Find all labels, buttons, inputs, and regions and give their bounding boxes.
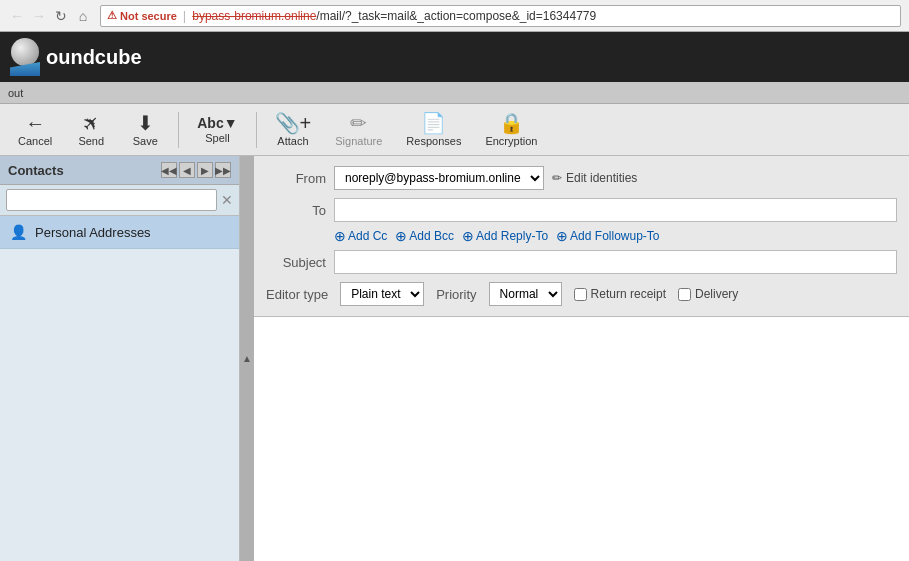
add-cc-button[interactable]: ⊕ Add Cc [334,228,387,244]
attach-icon: 📎+ [275,113,312,133]
subject-label: Subject [266,255,326,270]
signature-icon: ✏ [350,113,367,133]
add-followup-to-label: Add Followup-To [570,229,659,243]
send-icon: ✈ [78,109,104,135]
search-input[interactable] [6,189,217,211]
sidebar-item-personal-addresses[interactable]: 👤 Personal Addresses [0,216,239,249]
collapse-sidebar-button[interactable]: ▲ [240,156,254,561]
sidebar-search: ✕ [0,185,239,216]
add-bcc-button[interactable]: ⊕ Add Bcc [395,228,454,244]
compose-area: From noreply@bypass-bromium.online ✏ Edi… [254,156,909,561]
url-domain: bypass-bromium.online [192,9,316,23]
responses-button[interactable]: 📄 Responses [396,109,471,151]
add-bcc-icon: ⊕ [395,228,407,244]
add-followup-to-button[interactable]: ⊕ Add Followup-To [556,228,659,244]
nav-next-button[interactable]: ▶ [197,162,213,178]
to-row: To [254,194,909,226]
tab-label: out [8,87,23,99]
delivery-label[interactable]: Delivery [695,287,738,301]
priority-label: Priority [436,287,476,302]
browser-chrome: ← → ↻ ⌂ ⚠ Not secure | bypass-bromium.on… [0,0,909,32]
add-reply-to-label: Add Reply-To [476,229,548,243]
return-receipt-checkbox[interactable] [574,288,587,301]
logo-sphere-icon [11,38,39,66]
toolbar-divider-2 [256,112,257,148]
spell-button[interactable]: Abc▼ Spell [187,112,247,148]
spell-label: Spell [205,132,229,144]
return-receipt-group: Return receipt [574,287,666,301]
editor-type-row: Editor type Plain text HTML Priority Nor… [254,278,909,310]
compose-body[interactable] [254,317,909,561]
add-cc-label: Add Cc [348,229,387,243]
responses-label: Responses [406,135,461,147]
app-header: oundcube [0,32,909,82]
app-name: oundcube [46,46,142,69]
add-followup-to-icon: ⊕ [556,228,568,244]
pencil-icon: ✏ [552,171,562,185]
edit-identities-button[interactable]: ✏ Edit identities [552,171,637,185]
priority-select[interactable]: Normal High Low [489,282,562,306]
to-label: To [266,203,326,218]
send-label: Send [78,135,104,147]
not-secure-badge: ⚠ Not secure [107,9,177,22]
app-logo: oundcube [10,38,142,76]
not-secure-label: Not secure [120,10,177,22]
subject-row: Subject [254,246,909,278]
to-input[interactable] [334,198,897,222]
nav-prev-button[interactable]: ◀ [179,162,195,178]
responses-icon: 📄 [421,113,446,133]
encryption-button[interactable]: 🔒 Encryption [475,109,547,151]
from-select[interactable]: noreply@bypass-bromium.online [334,166,544,190]
sidebar: Contacts ◀◀ ◀ ▶ ▶▶ ✕ 👤 Personal Addresse… [0,156,240,561]
from-label: From [266,171,326,186]
from-row: From noreply@bypass-bromium.online ✏ Edi… [254,162,909,194]
editor-type-select[interactable]: Plain text HTML [340,282,424,306]
logo-graphic [10,38,40,76]
delivery-group: Delivery [678,287,738,301]
editor-type-label: Editor type [266,287,328,302]
forward-button[interactable]: → [30,7,48,25]
attach-button[interactable]: 📎+ Attach [265,109,322,151]
signature-button[interactable]: ✏ Signature [325,109,392,151]
send-button[interactable]: ✈ Send [66,109,116,151]
sidebar-nav: ◀◀ ◀ ▶ ▶▶ [161,162,231,178]
cancel-button[interactable]: ← Cancel [8,109,62,151]
return-receipt-label[interactable]: Return receipt [591,287,666,301]
encryption-label: Encryption [485,135,537,147]
cancel-label: Cancel [18,135,52,147]
url-path: /mail/?_task=mail&_action=compose&_id=16… [316,9,596,23]
subject-input[interactable] [334,250,897,274]
delivery-checkbox[interactable] [678,288,691,301]
toolbar-divider-1 [178,112,179,148]
address-bar[interactable]: ⚠ Not secure | bypass-bromium.online/mai… [100,5,901,27]
personal-addresses-label: Personal Addresses [35,225,151,240]
cancel-icon: ← [25,113,45,133]
url-divider: | [183,8,186,23]
compose-form: From noreply@bypass-bromium.online ✏ Edi… [254,156,909,317]
add-cc-icon: ⊕ [334,228,346,244]
contacts-title: Contacts [8,163,64,178]
main-layout: Contacts ◀◀ ◀ ▶ ▶▶ ✕ 👤 Personal Addresse… [0,156,909,561]
save-label: Save [133,135,158,147]
tab-bar: out [0,82,909,104]
encryption-icon: 🔒 [499,113,524,133]
back-button[interactable]: ← [8,7,26,25]
refresh-button[interactable]: ↻ [52,7,70,25]
spell-icon: Abc▼ [197,116,237,130]
home-button[interactable]: ⌂ [74,7,92,25]
sidebar-header: Contacts ◀◀ ◀ ▶ ▶▶ [0,156,239,185]
save-button[interactable]: ⬇ Save [120,109,170,151]
save-icon: ⬇ [137,113,154,133]
contacts-icon: 👤 [10,224,27,240]
add-reply-to-button[interactable]: ⊕ Add Reply-To [462,228,548,244]
cc-row: ⊕ Add Cc ⊕ Add Bcc ⊕ Add Reply-To ⊕ Add … [254,226,909,246]
toolbar: ← Cancel ✈ Send ⬇ Save Abc▼ Spell 📎+ Att… [0,104,909,156]
nav-first-button[interactable]: ◀◀ [161,162,177,178]
add-bcc-label: Add Bcc [409,229,454,243]
add-reply-to-icon: ⊕ [462,228,474,244]
attach-label: Attach [277,135,308,147]
search-clear-icon[interactable]: ✕ [221,192,233,208]
edit-identities-label: Edit identities [566,171,637,185]
signature-label: Signature [335,135,382,147]
nav-last-button[interactable]: ▶▶ [215,162,231,178]
